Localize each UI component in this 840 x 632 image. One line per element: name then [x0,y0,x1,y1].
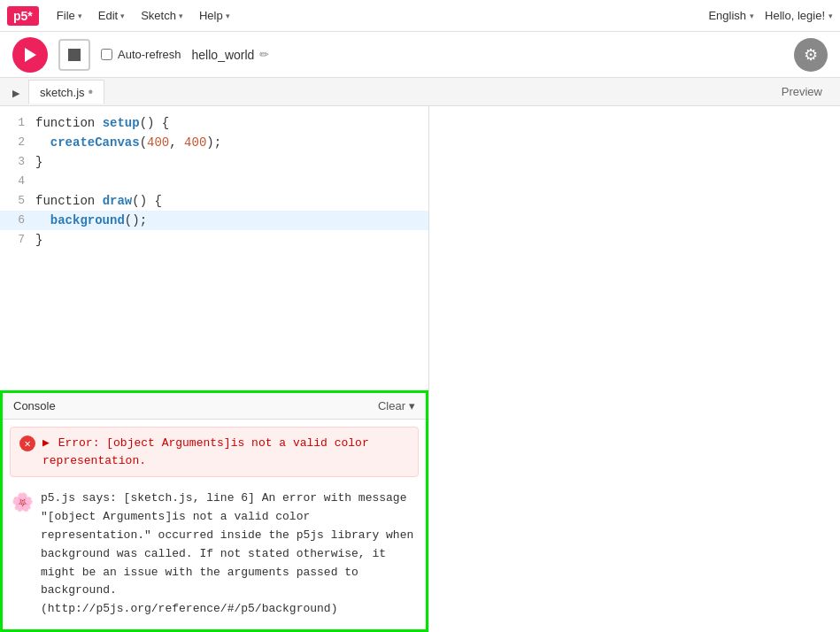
line-num-4: 4 [0,172,35,191]
line-num-5: 5 [0,191,35,211]
language-button[interactable]: English ▾ [708,9,754,22]
line-content-7: } [35,230,428,250]
gear-icon: ⚙ [804,45,818,65]
stop-button[interactable] [58,39,90,71]
auto-refresh-checkbox[interactable] [101,49,112,60]
line-num-1: 1 [0,113,35,133]
console-header: Console Clear ▾ [3,393,426,420]
console-info-item: 🌸 p5.js says: [sketch.js, line 6] An err… [10,486,419,622]
lang-user-area: English ▾ Hello, legie! ▾ [708,9,833,22]
code-line-3: 3 } [0,152,428,172]
svg-marker-0 [25,48,36,62]
tabs-row: sketch.js • Preview [0,78,840,106]
settings-button[interactable]: ⚙ [794,38,828,72]
line-content-2: createCanvas(400, 400); [35,133,428,152]
user-button[interactable]: Hello, legie! ▾ [765,9,833,22]
nav-menu: File ▾ Edit ▾ Sketch ▾ Help ▾ [50,5,237,26]
help-menu-arrow: ▾ [226,12,230,20]
chevron-right-icon [12,85,19,99]
line-num-6: 6 [0,211,35,230]
p5-flower-icon: 🌸 [12,491,34,513]
preview-pane [429,106,840,632]
edit-sketch-name-icon[interactable]: ✏ [259,48,269,61]
play-button[interactable] [12,37,48,73]
tab-toggle-button[interactable] [7,81,25,103]
line-num-7: 7 [0,230,35,250]
line-content-6: background(); [35,211,428,230]
menu-sketch[interactable]: Sketch ▾ [134,5,190,26]
file-menu-arrow: ▾ [78,12,82,20]
code-line-1: 1 function setup() { [0,113,428,133]
language-arrow: ▾ [750,12,754,20]
stop-icon [68,49,81,61]
console-clear-arrow: ▾ [409,399,415,412]
toolbar: Auto-refresh hello_world ✏ ⚙ [0,32,840,78]
code-line-5: 5 function draw() { [0,191,428,211]
console-clear-button[interactable]: Clear ▾ [378,399,415,412]
sketch-menu-arrow: ▾ [179,12,183,20]
user-arrow: ▾ [828,12,833,20]
tab-sketch-js[interactable]: sketch.js • [28,80,104,104]
console-pane: Console Clear ▾ ✕ ▶ Error: [object Argum… [0,390,428,632]
main-content: 1 function setup() { 2 createCanvas(400,… [0,106,840,632]
editor-area: sketch.js • Preview 1 function setup() {… [0,78,840,632]
info-text: p5.js says: [sketch.js, line 6] An error… [41,489,417,619]
code-line-6: 6 background(); [0,211,428,230]
line-content-3: } [35,152,428,172]
console-title: Console [13,399,56,412]
code-line-7: 7 } [0,230,428,250]
code-lines: 1 function setup() { 2 createCanvas(400,… [0,106,428,257]
line-num-3: 3 [0,152,35,172]
line-content-1: function setup() { [35,113,428,133]
code-editor[interactable]: 1 function setup() { 2 createCanvas(400,… [0,106,428,390]
auto-refresh-label[interactable]: Auto-refresh [101,48,181,61]
error-text: ▶ Error: [object Arguments]is not a vali… [42,435,409,469]
code-line-2: 2 createCanvas(400, 400); [0,133,428,152]
sketch-name-display: hello_world ✏ [192,48,270,62]
tab-modified-dot: • [89,84,94,100]
line-content-5: function draw() { [35,191,428,211]
code-pane: 1 function setup() { 2 createCanvas(400,… [0,106,429,632]
top-navbar: p5* File ▾ Edit ▾ Sketch ▾ Help ▾ Englis… [0,0,840,32]
console-body: ✕ ▶ Error: [object Arguments]is not a va… [3,420,426,629]
code-line-4: 4 [0,172,428,191]
edit-menu-arrow: ▾ [120,12,125,20]
p5-logo[interactable]: p5* [7,6,39,26]
error-icon: ✕ [19,435,35,451]
menu-file[interactable]: File ▾ [50,5,89,26]
console-error-item[interactable]: ✕ ▶ Error: [object Arguments]is not a va… [10,427,419,477]
tab-preview[interactable]: Preview [771,81,833,102]
line-num-2: 2 [0,133,35,152]
menu-help[interactable]: Help ▾ [192,5,237,26]
error-arrow: ▶ [42,436,57,450]
menu-edit[interactable]: Edit ▾ [91,5,132,26]
